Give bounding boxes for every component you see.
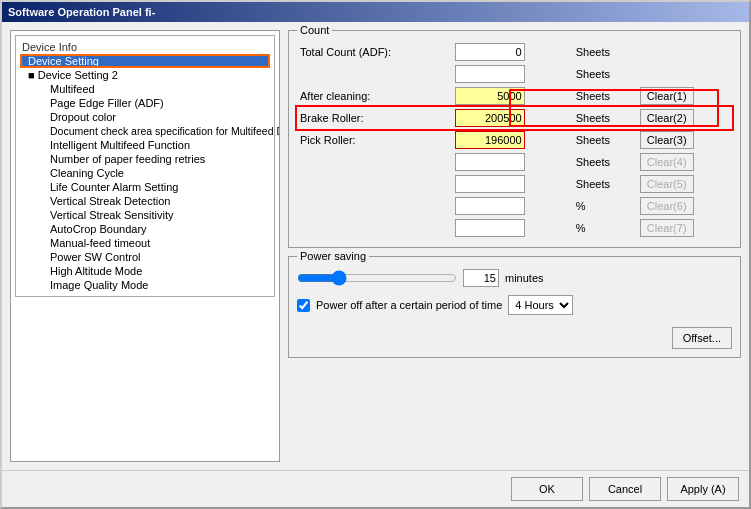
sidebar-item-life-counter[interactable]: Life Counter Alarm Setting [20,180,270,194]
cancel-button[interactable]: Cancel [589,477,661,501]
blank-input-5[interactable] [455,219,525,237]
after-cleaning-label: After cleaning: [297,85,452,107]
sidebar-item-intelligent-multifeed[interactable]: Intelligent Multifeed Function [20,138,270,152]
count-table: Total Count (ADF): Sheets Sheets [297,41,732,239]
blank-input-2[interactable] [455,153,525,171]
sidebar-item-dropout-color[interactable]: Dropout color [20,110,270,124]
table-row: Total Count (ADF): Sheets [297,41,732,63]
titlebar: Software Operation Panel fi- [2,2,749,22]
window-title: Software Operation Panel fi- [8,6,155,18]
table-row: % Clear(6) [297,195,732,217]
poweroff-row: Power off after a certain period of time… [297,295,732,315]
clear-2-button[interactable]: Clear(2) [640,109,694,127]
brake-roller-row: Brake Roller: Sheets Clear(2) [297,107,732,129]
power-saving-row: minutes [297,269,732,287]
count-group-title: Count [297,24,332,36]
sidebar-item-page-edge-filler[interactable]: Page Edge Filler (ADF) [20,96,270,110]
brake-roller-label: Brake Roller: [297,107,452,129]
sidebar-item-device-setting-label: Device Setting [28,55,99,67]
sidebar-item-device-setting-2[interactable]: ■ Device Setting 2 [20,68,270,82]
sidebar-item-cleaning-cycle[interactable]: Cleaning Cycle [20,166,270,180]
sidebar-item-multifeed[interactable]: Multifeed [20,82,270,96]
clear-3-button[interactable]: Clear(3) [640,131,694,149]
blank-input-1[interactable] [455,65,525,83]
poweroff-label: Power off after a certain period of time [316,299,502,311]
minutes-label: minutes [505,272,544,284]
sidebar-item-manual-feed[interactable]: Manual-feed timeout [20,236,270,250]
power-saving-group: Power saving minutes Power off after a c… [288,256,741,358]
ok-button[interactable]: OK [511,477,583,501]
table-row: After cleaning: Sheets Clear(1) [297,85,732,107]
total-count-input-cell [452,41,573,63]
pick-roller-row: Pick Roller: Sheets Clear(3) [297,129,732,151]
poweroff-checkbox[interactable] [297,299,310,312]
table-row: Sheets [297,63,732,85]
pick-roller-input[interactable] [455,131,525,149]
total-count-label: Total Count (ADF): [297,41,452,63]
table-row: Sheets Clear(5) [297,173,732,195]
clear-5-button[interactable]: Clear(5) [640,175,694,193]
power-saving-title: Power saving [297,250,369,262]
sidebar-tree: Device Info Device Setting ■ Device Sett… [10,30,280,462]
total-count-input[interactable] [455,43,525,61]
pick-roller-label: Pick Roller: [297,129,452,151]
sidebar-item-device-setting[interactable]: Device Setting [20,54,270,68]
clear-6-button[interactable]: Clear(6) [640,197,694,215]
after-cleaning-input[interactable] [455,87,525,105]
sidebar-item-autocrop[interactable]: AutoCrop Boundary [20,222,270,236]
clear-7-button[interactable]: Clear(7) [640,219,694,237]
sidebar-item-high-altitude[interactable]: High Altitude Mode [20,264,270,278]
table-row: % Clear(7) [297,217,732,239]
sidebar-item-vertical-streak-detection[interactable]: Vertical Streak Detection [20,194,270,208]
sidebar-item-image-quality[interactable]: Image Quality Mode [20,278,270,292]
clear-1-button[interactable]: Clear(1) [640,87,694,105]
right-panel: Count Total Count (ADF): Sheets [288,30,741,462]
blank-input-3[interactable] [455,175,525,193]
total-count-unit: Sheets [573,41,637,63]
offset-button[interactable]: Offset... [672,327,732,349]
power-saving-slider[interactable] [297,270,457,286]
main-window: Software Operation Panel fi- Device Info… [0,0,751,509]
expand-icon: ■ [28,69,38,81]
sidebar-item-power-sw[interactable]: Power SW Control [20,250,270,264]
poweroff-select[interactable]: 1 Hour 2 Hours 4 Hours 8 Hours [508,295,573,315]
apply-button[interactable]: Apply (A) [667,477,739,501]
sidebar-item-vertical-streak-sensitivity[interactable]: Vertical Streak Sensitivity [20,208,270,222]
blank-input-4[interactable] [455,197,525,215]
brake-roller-input[interactable] [455,109,525,127]
power-saving-minutes-input[interactable] [463,269,499,287]
bottom-bar: OK Cancel Apply (A) [2,470,749,507]
sidebar-item-paper-feeding[interactable]: Number of paper feeding retries [20,152,270,166]
clear-4-button[interactable]: Clear(4) [640,153,694,171]
table-row: Sheets Clear(4) [297,151,732,173]
device-info-label: Device Info [20,40,270,54]
sidebar-item-document-check[interactable]: Document check area specification for Mu… [20,124,270,138]
count-group: Count Total Count (ADF): Sheets [288,30,741,248]
